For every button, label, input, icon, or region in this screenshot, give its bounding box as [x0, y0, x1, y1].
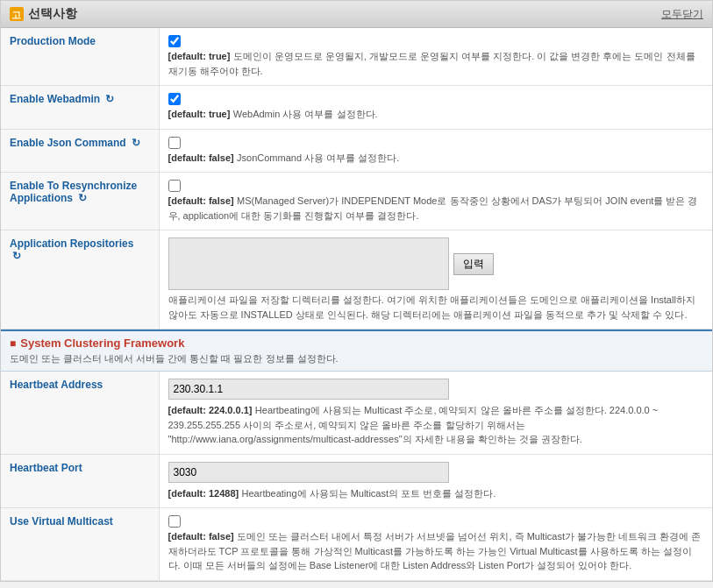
- header-left: 고 선택사항: [10, 6, 77, 22]
- settings-table: Production Mode [default: true] 도메인이 운영모…: [1, 28, 712, 329]
- app-repositories-content: 입력 애플리케이션 파일을 저장할 디렉터리를 설정한다. 여기에 위치한 애플…: [159, 230, 712, 329]
- production-mode-checkbox[interactable]: [168, 35, 181, 47]
- heartbeat-port-input-row: [168, 462, 704, 483]
- enable-webadmin-content: [default: true] WebAdmin 사용 여부를 설정한다.: [159, 86, 712, 130]
- use-virtual-multicast-label: Use Virtual Multicast: [1, 508, 159, 581]
- app-repositories-label: Application Repositories ↻: [1, 230, 159, 329]
- enable-resynchronize-content: [default: false] MS(Managed Server)가 IND…: [159, 173, 712, 230]
- heartbeat-port-content: [default: 12488] Heartbeating에 사용되는 Mult…: [159, 454, 712, 508]
- resynchronize-default: [default: false] MS(Managed Server)가 IND…: [168, 194, 704, 223]
- panel-title: 선택사항: [28, 6, 77, 22]
- close-all-button[interactable]: 모두닫기: [661, 7, 703, 22]
- webadmin-checkbox-row: [168, 93, 704, 105]
- enable-json-command-checkbox[interactable]: [168, 137, 181, 149]
- app-repositories-desc: 애플리케이션 파일을 저장할 디렉터리를 설정한다. 여기에 위치한 애플리케이…: [168, 293, 704, 322]
- enable-webadmin-row: Enable Webadmin ↻ [default: true] WebAdm…: [1, 86, 712, 130]
- app-repositories-textarea[interactable]: [168, 237, 449, 290]
- enable-webadmin-checkbox[interactable]: [168, 93, 181, 105]
- production-mode-label: Production Mode: [1, 28, 159, 86]
- resynchronize-refresh-icon[interactable]: ↻: [78, 192, 89, 202]
- clustering-section-desc: 도메인 또는 클러스터 내에서 서버들 간에 통신할 때 필요한 정보를 설정한…: [10, 352, 703, 365]
- use-virtual-multicast-checkbox[interactable]: [168, 515, 181, 528]
- virtual-multicast-checkbox-row: [168, 515, 704, 528]
- enable-resynchronize-label: Enable To Resynchronize Applications ↻: [1, 173, 159, 230]
- panel-header: 고 선택사항 모두닫기: [1, 1, 712, 28]
- resynchronize-desc: MS(Managed Server)가 INDEPENDENT Mode로 동작…: [168, 195, 698, 221]
- enable-webadmin-label: Enable Webadmin ↻: [1, 86, 159, 130]
- use-virtual-multicast-content: [default: false] 도메인 또는 클러스터 내에서 특정 서버가 …: [159, 508, 712, 581]
- heartbeat-port-label: Heartbeat Port: [1, 454, 159, 508]
- heartbeat-port-row: Heartbeat Port [default: 12488] Heartbea…: [1, 454, 712, 508]
- production-mode-checkbox-row: [168, 35, 704, 47]
- resynchronize-checkbox-row: [168, 180, 704, 192]
- main-panel: 고 선택사항 모두닫기 Production Mode [default: tr…: [0, 0, 713, 582]
- enable-json-command-label: Enable Json Command ↻: [1, 129, 159, 173]
- heartbeat-port-desc: Heartbeating에 사용되는 Multicast의 포트 번호를 설정한…: [242, 488, 496, 499]
- heartbeat-address-input[interactable]: [168, 379, 449, 400]
- production-mode-content: [default: true] 도메인이 운영모드로 운영될지, 개발모드로 운…: [159, 28, 712, 86]
- gear-icon: 고: [10, 7, 24, 21]
- heartbeat-address-input-row: [168, 379, 704, 400]
- app-repositories-refresh-icon[interactable]: ↻: [12, 250, 23, 260]
- clustering-section-header: ■ System Clustering Framework 도메인 또는 클러스…: [1, 329, 712, 372]
- virtual-multicast-desc: 도메인 또는 클러스터 내에서 특정 서버가 서브넷을 넘어선 위치, 즉 Mu…: [168, 531, 702, 570]
- app-repositories-row: Application Repositories ↻ 입력 애플리케이션 파일을…: [1, 230, 712, 329]
- clustering-icon: ■: [10, 337, 16, 350]
- virtual-multicast-default: [default: false] 도메인 또는 클러스터 내에서 특정 서버가 …: [168, 529, 704, 573]
- use-virtual-multicast-row: Use Virtual Multicast [default: false] 도…: [1, 508, 712, 581]
- json-command-default: [default: false] JsonCommand 사용 여부를 설정한다…: [168, 151, 704, 166]
- enable-resynchronize-row: Enable To Resynchronize Applications ↻ […: [1, 173, 712, 230]
- enable-resynchronize-checkbox[interactable]: [168, 180, 181, 192]
- enable-json-command-row: Enable Json Command ↻ [default: false] J…: [1, 129, 712, 173]
- webadmin-refresh-icon[interactable]: ↻: [105, 93, 116, 103]
- clustering-section-title: ■ System Clustering Framework: [10, 337, 703, 350]
- app-repositories-input-row: 입력: [168, 237, 704, 290]
- json-command-refresh-icon[interactable]: ↻: [132, 137, 142, 147]
- app-repositories-input-button[interactable]: 입력: [453, 253, 494, 275]
- heartbeat-port-input[interactable]: [168, 462, 449, 483]
- heartbeat-address-content: [default: 224.0.0.1] Heartbeating에 사용되는 …: [159, 372, 712, 454]
- webadmin-desc: WebAdmin 사용 여부를 설정한다.: [233, 109, 378, 119]
- production-mode-default: [default: true] 도메인이 운영모드로 운영될지, 개발모드로 운…: [168, 49, 704, 78]
- json-command-checkbox-row: [168, 137, 704, 149]
- production-mode-desc: 도메인이 운영모드로 운영될지, 개발모드로 운영될지 여부를 지정한다. 이 …: [168, 51, 695, 76]
- production-mode-row: Production Mode [default: true] 도메인이 운영모…: [1, 28, 712, 86]
- webadmin-default: [default: true] WebAdmin 사용 여부를 설정한다.: [168, 107, 704, 122]
- clustering-table: Heartbeat Address [default: 224.0.0.1] H…: [1, 372, 712, 581]
- enable-json-command-content: [default: false] JsonCommand 사용 여부를 설정한다…: [159, 129, 712, 173]
- json-command-desc: JsonCommand 사용 여부를 설정한다.: [237, 152, 399, 163]
- svg-text:고: 고: [11, 10, 21, 20]
- heartbeat-address-row: Heartbeat Address [default: 224.0.0.1] H…: [1, 372, 712, 454]
- heartbeat-address-label: Heartbeat Address: [1, 372, 159, 454]
